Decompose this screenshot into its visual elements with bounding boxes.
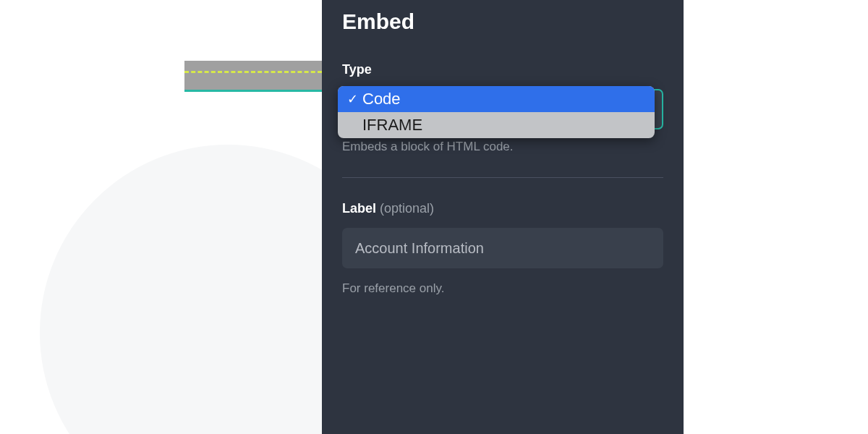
type-option-code[interactable]: ✓ Code xyxy=(338,86,655,112)
type-select-wrap: ✓ Code ✓ IFRAME xyxy=(342,89,663,129)
type-option-label: Code xyxy=(362,91,401,107)
canvas-teal-divider xyxy=(184,90,322,92)
type-label: Type xyxy=(342,62,372,77)
type-dropdown: ✓ Code ✓ IFRAME xyxy=(338,86,655,138)
type-option-iframe[interactable]: ✓ IFRAME xyxy=(338,112,655,138)
label-input[interactable] xyxy=(342,228,663,268)
panel-title: Embed xyxy=(342,9,663,35)
type-label-row: Type xyxy=(342,62,663,77)
canvas-grey-band xyxy=(184,61,322,90)
label-label-row: Label (optional) xyxy=(342,201,663,216)
embed-settings-panel: Embed Type ✓ Code ✓ IFRAME Embeds a bloc… xyxy=(322,0,684,434)
canvas-preview xyxy=(184,61,322,434)
checkmark-icon: ✓ xyxy=(345,91,359,107)
canvas-dashed-guide xyxy=(184,71,322,73)
type-help-text: Embeds a block of HTML code. xyxy=(342,140,663,154)
label-optional: (optional) xyxy=(380,201,434,216)
label-label: Label xyxy=(342,201,376,216)
label-help-text: For reference only. xyxy=(342,281,663,296)
type-option-label: IFRAME xyxy=(362,117,422,133)
section-divider xyxy=(342,177,663,178)
